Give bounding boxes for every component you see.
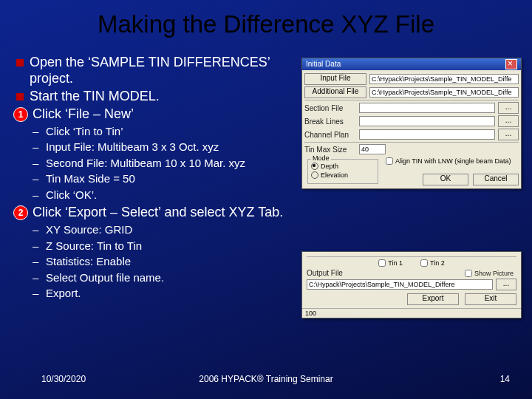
elevation-label: Elevation xyxy=(321,171,348,179)
input-file-field[interactable]: C:\Hypack\Projects\Sample_TIN_MODEL_Diff… xyxy=(369,74,519,84)
step-badge-2: 2 xyxy=(13,205,28,220)
section-file-label: Section File xyxy=(304,104,356,112)
cancel-button[interactable]: Cancel xyxy=(473,174,519,185)
mode-group-label: Mode xyxy=(311,154,331,162)
sub-input-file: Input File: Multibeam 3 x 3 Oct. xyz xyxy=(16,140,290,154)
tin1-label: Tin 1 xyxy=(388,259,403,267)
bullet-file-new: 1 Click ‘File – New’ xyxy=(16,106,290,123)
additional-file-field[interactable]: C:\Hypack\Projects\Sample_TIN_MODEL_Diff… xyxy=(369,87,519,98)
depth-label: Depth xyxy=(321,163,338,170)
align-tin-label: Align TIN with LNW (single beam Data) xyxy=(395,157,511,165)
page-number: 14 xyxy=(500,374,510,384)
sub-export: Export. xyxy=(16,286,290,301)
footer-title: 2006 HYPACK® Training Seminar xyxy=(0,374,532,384)
bullet-file-new-text: Click ‘File – New’ xyxy=(33,106,134,121)
additional-file-button[interactable]: Additional File xyxy=(304,86,366,98)
channel-plan-field[interactable] xyxy=(359,129,495,140)
sub-tin-max: Tin Max Side = 50 xyxy=(16,171,290,186)
sub-z-source: Z Source: Tin to Tin xyxy=(16,239,290,253)
break-lines-field[interactable] xyxy=(359,116,495,126)
depth-radio[interactable]: Depth xyxy=(311,163,338,170)
bullet-export-select: 2 Click ‘Export – Select’ and select XYZ… xyxy=(16,205,290,221)
dialog-titlebar[interactable]: Initial Data xyxy=(302,58,521,70)
tin2-label: Tin 2 xyxy=(430,259,445,267)
sub-click-ok: Click ‘OK’. xyxy=(16,188,290,202)
close-icon[interactable] xyxy=(505,59,517,69)
tin2-checkbox[interactable]: Tin 2 xyxy=(420,259,445,267)
exit-button[interactable]: Exit xyxy=(465,293,516,305)
dialog-export: Tin 1 Tin 2 Output File Show Picture C:\… xyxy=(301,251,522,318)
elevation-radio[interactable]: Elevation xyxy=(311,171,348,179)
tin1-checkbox[interactable]: Tin 1 xyxy=(378,259,403,267)
show-picture-checkbox[interactable]: Show Picture xyxy=(465,270,516,277)
align-tin-checkbox[interactable]: Align TIN with LNW (single beam Data) xyxy=(386,157,519,165)
bullet-start-tin: Start the TIN MODEL. xyxy=(16,89,290,105)
step-badge-1: 1 xyxy=(13,107,28,122)
section-file-field[interactable] xyxy=(359,103,495,113)
output-file-label: Output File xyxy=(307,269,343,277)
export-button[interactable]: Export xyxy=(407,293,459,305)
dialog-initial-data: Initial Data Input File C:\Hypack\Projec… xyxy=(301,58,522,189)
sub-statistics: Statistics: Enable xyxy=(16,254,290,269)
statusbar: 100 xyxy=(302,308,521,318)
sub-xy-source: XY Source: GRID xyxy=(16,222,290,237)
slide-footer: 10/30/2020 2006 HYPACK® Training Seminar… xyxy=(0,374,532,389)
channel-plan-label: Channel Plan xyxy=(304,131,356,139)
slide-body: Open the ‘SAMPLE TIN DIFFERENCES’ projec… xyxy=(16,53,290,302)
output-file-field[interactable]: C:\Hypack\Projects\Sample_TIN_MODEL_Diff… xyxy=(307,279,493,290)
break-browse-button[interactable]: ... xyxy=(498,115,519,127)
channel-browse-button[interactable]: ... xyxy=(498,129,519,140)
tin-max-field[interactable]: 40 xyxy=(359,144,386,154)
section-browse-button[interactable]: ... xyxy=(498,102,519,114)
bullet-open-project: Open the ‘SAMPLE TIN DIFFERENCES’ projec… xyxy=(16,55,290,87)
show-picture-label: Show Picture xyxy=(474,270,514,277)
bullet-export-select-text: Click ‘Export – Select’ and select XYZ T… xyxy=(33,205,283,219)
output-browse-button[interactable]: ... xyxy=(496,279,516,290)
sub-output-name: Select Output file name. xyxy=(16,270,290,285)
sub-second-file: Second File: Multibeam 10 x 10 Mar. xyz xyxy=(16,156,290,171)
slide-title: Making the Difference XYZ File xyxy=(0,0,532,44)
input-file-button[interactable]: Input File xyxy=(304,73,366,85)
dialog-title: Initial Data xyxy=(306,58,341,70)
ok-button[interactable]: OK xyxy=(423,174,468,185)
break-lines-label: Break Lines xyxy=(304,117,356,126)
sub-tin-to-tin: Click ‘Tin to Tin’ xyxy=(16,124,290,139)
tin-max-label: Tin Max Size xyxy=(304,146,356,154)
